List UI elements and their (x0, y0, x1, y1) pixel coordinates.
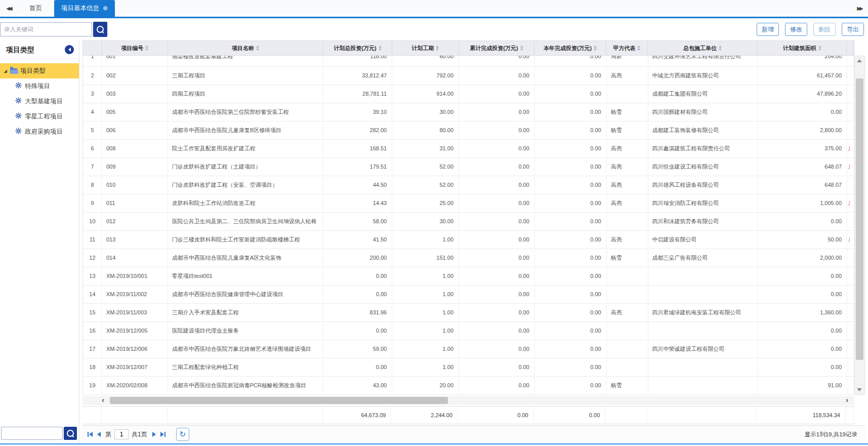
table-row[interactable]: 18XM-2019/12/007三期工程配套绿化种植工程0.001.000.00… (83, 358, 854, 377)
column-header-project-code[interactable]: 项目编号 (102, 41, 168, 55)
tree-node-minor-works[interactable]: 零星工程项目 (0, 109, 79, 124)
app-window: ◀◀ 首页项目基本信息⊗ ▶▶ 新增修改删除导出 项目类型 ◢ 项目类型 特殊项… (0, 0, 868, 446)
cell-planned-duration: 25.00 (392, 194, 459, 213)
cell-general-contractor: 成都建工集团有限公司 (648, 85, 759, 103)
search-button[interactable] (93, 22, 107, 37)
column-header-cumulative-investment[interactable]: 累计完成投资(万元) (459, 41, 535, 55)
refresh-button[interactable]: ↻ (176, 428, 189, 441)
cell-project-code: 005 (102, 103, 168, 121)
cell-row-number: 7 (83, 158, 102, 176)
vertical-scrollbar[interactable] (854, 56, 865, 395)
cell-project-name: 成都市中西医结合医院儿童康复A区文化装饰 (168, 249, 324, 267)
tab-project-basic-info[interactable]: 项目基本信息⊗ (54, 0, 115, 17)
tab-bar: ◀◀ 首页项目基本信息⊗ ▶▶ (0, 0, 868, 18)
table-row[interactable]: 16XM-2019/12/005医院建设项目代理业主服务0.001.000.00… (83, 322, 854, 340)
tree-node-large-infrastructure[interactable]: 大型基建项目 (0, 94, 79, 109)
sort-arrows-icon[interactable] (594, 46, 597, 51)
sidebar-filter-input[interactable] (1, 427, 63, 440)
table-row[interactable]: 3003四期工程项目28,781.11914.000.000.00成都建工集团有… (83, 85, 854, 103)
sort-arrows-icon[interactable] (256, 46, 259, 51)
next-page-button[interactable] (152, 430, 156, 438)
cell-project-name: 四期工程项目 (168, 85, 324, 103)
tree-expander-icon[interactable]: ◢ (4, 69, 7, 73)
horizontal-scroll-thumb[interactable] (110, 397, 448, 404)
cell-planned-building-area: 47,896.20 (758, 85, 847, 103)
table-row[interactable]: 14XM-2019/11/002成都市中西医结合医院健康管理中心建设项目0.00… (83, 286, 854, 304)
table-row[interactable]: 15XM-2019/11/003三期介入手术室及配套工程831.961.000.… (83, 304, 854, 322)
table-row[interactable]: 2002三期工程项目33,812.47792.000.000.00高亮中城北方西… (83, 67, 854, 85)
table-row[interactable]: 13XM-2019/10/001零星项目test0010.001.000.000… (83, 267, 854, 286)
scroll-left-arrow-icon[interactable]: ‹ (102, 395, 104, 404)
cell-planned-investment: 831.96 (323, 304, 392, 322)
column-header-extra-fragment (847, 41, 854, 55)
cell-extra-fragment (847, 377, 854, 395)
horizontal-scrollbar[interactable]: ‹ › (82, 396, 854, 405)
tab-close-icon[interactable]: ⊗ (103, 5, 108, 12)
tab-strip: 首页项目基本信息⊗ (17, 0, 115, 17)
scroll-right-arrow-icon[interactable]: › (846, 395, 848, 404)
sort-arrows-icon[interactable] (436, 46, 439, 51)
prev-page-button[interactable] (97, 430, 101, 438)
cell-general-contractor: 四川君城绿建机电安装工程有限公司 (648, 304, 759, 322)
tree-node-gov-procurement[interactable]: 政府采购项目 (0, 124, 79, 139)
scroll-down-arrow-icon[interactable] (857, 388, 862, 391)
cell-planned-duration: 1.00 (392, 340, 459, 358)
cell-planned-building-area: 1,005.00 (758, 194, 847, 213)
tab-scroll-left-icon[interactable]: ◀◀ (0, 6, 17, 11)
table-row[interactable]: 1001感染楼改造配套基建工程118.0060.000.000.00周新四川交建… (83, 56, 854, 67)
sidebar-collapse-button[interactable] (65, 45, 74, 54)
sort-arrows-icon[interactable] (379, 46, 382, 51)
sort-arrows-icon[interactable] (145, 46, 148, 51)
tab-home[interactable]: 首页 (17, 0, 54, 17)
column-header-party-a-representative[interactable]: 甲方代表 (606, 41, 648, 55)
table-row[interactable]: 6008院士工作室及配套用房改扩建工程168.5131.000.000.00高亮… (83, 140, 854, 158)
sort-arrows-icon[interactable] (818, 46, 821, 51)
table-row[interactable]: 5006成都市中西医结合医院儿童康复B区修缮项目282.0080.000.000… (83, 121, 854, 140)
page-number-input[interactable] (114, 429, 129, 439)
cell-general-contractor (648, 267, 759, 286)
cell-planned-duration: 1.00 (392, 267, 459, 286)
edit-button[interactable]: 修改 (785, 23, 807, 36)
scroll-up-arrow-icon[interactable] (857, 59, 862, 62)
cell-party-a-representative: 高亮 (607, 158, 648, 176)
export-button[interactable]: 导出 (842, 23, 864, 36)
table-row[interactable]: 11013门诊三楼皮肤科和院士工作室新建消防疏散楼梯工程41.501.000.0… (83, 231, 854, 249)
tree-node-root[interactable]: ◢ 项目类型 (0, 63, 79, 78)
table-row[interactable]: 17XM-2019/12/006成都市中西医结合医院万象北路侧艺术透绿围墙建设项… (83, 340, 854, 358)
first-page-button[interactable] (88, 430, 93, 438)
add-button[interactable]: 新增 (757, 23, 779, 36)
tab-scroll-right-icon[interactable]: ▶▶ (851, 6, 868, 11)
table-row[interactable]: 10012医院公共卫生间及第二、三住院部病房卫生间增设病人轮椅58.0030.0… (83, 213, 854, 231)
table-row[interactable]: 8010门诊皮肤科改扩建工程（安装、空调项目）44.5052.000.000.0… (83, 176, 854, 194)
table-row[interactable]: 12014成都市中西医结合医院儿童康复A区文化装饰200.00151.000.0… (83, 249, 854, 267)
table-row[interactable]: 9011皮肤科和院士工作站消防改造工程14.4325.000.000.00高亮四… (83, 194, 854, 213)
column-header-year-investment[interactable]: 本年完成投资(万元) (534, 41, 606, 55)
column-header-planned-investment[interactable]: 计划总投资(万元) (323, 41, 392, 55)
tree-node-special-project[interactable]: 特殊项目 (0, 78, 79, 94)
cell-project-name: 门诊三楼皮肤科和院士工作室新建消防疏散楼梯工程 (168, 231, 324, 249)
last-page-button[interactable] (160, 430, 166, 438)
keyword-search-input[interactable] (0, 22, 92, 36)
sort-arrows-icon[interactable] (719, 46, 722, 51)
cell-party-a-representative: 杨雪 (607, 249, 648, 267)
delete-button[interactable]: 删除 (813, 23, 836, 36)
vertical-scroll-thumb[interactable] (856, 78, 863, 360)
column-header-planned-building-area[interactable]: 计划建筑面积 (758, 41, 847, 55)
cell-year-investment: 0.00 (535, 56, 607, 66)
cell-row-number: 17 (83, 340, 102, 358)
sort-arrows-icon[interactable] (520, 46, 523, 51)
column-header-planned-duration[interactable]: 计划工期 (392, 41, 459, 55)
column-header-general-contractor[interactable]: 总包施工单位 (648, 41, 758, 55)
cell-cumulative-investment: 0.00 (459, 358, 535, 377)
table-row[interactable]: 19XM-2020/02/008成都市中西医结合医院新冠病毒PCR核酸检测改造项… (83, 377, 854, 395)
cell-planned-building-area: 0.00 (758, 267, 847, 286)
column-header-project-name[interactable]: 项目名称 (168, 41, 323, 55)
cell-planned-building-area: 91.00 (758, 377, 847, 395)
sidebar-search-button[interactable] (64, 427, 77, 440)
cell-project-name: 医院公共卫生间及第二、三住院部病房卫生间增设病人轮椅 (168, 213, 324, 231)
table-row[interactable]: 4005成都市中西医结合医院第三住院部纱窗安装工程39.1030.000.000… (83, 103, 854, 121)
cell-extra-fragment (847, 358, 854, 377)
table-row[interactable]: 7009门诊皮肤科改扩建工程（土建项目）179.5152.000.000.00高… (83, 158, 854, 176)
sidebar-header: 项目类型 (0, 40, 79, 59)
sort-arrows-icon[interactable] (637, 46, 640, 51)
